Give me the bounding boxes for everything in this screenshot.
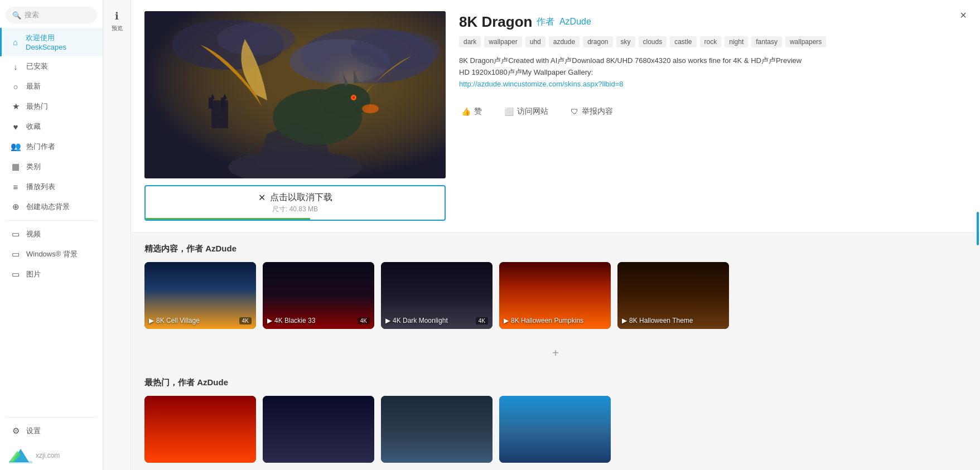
hottest-section: 最热门，作者 AzDude <box>131 366 980 470</box>
main-content: ✕ 点击以取消下载 尺寸: 40.83 MB 8K Dragon 作者 AzDu… <box>131 0 980 470</box>
play-icon: ▶ <box>149 317 154 324</box>
preview-label: 预览 <box>112 25 123 32</box>
nav-bottom: ⚙ 设置 xzji.com <box>0 414 103 470</box>
brand-logo-icon <box>9 447 32 464</box>
detail-author: 作者 AzDude <box>537 16 591 28</box>
search-box[interactable]: 🔍 搜索 <box>6 7 97 23</box>
dragon-illustration <box>144 11 446 178</box>
tag-clouds[interactable]: clouds <box>639 36 667 47</box>
detail-description: 8K Dragon卢卢Created with AI卢卢Download 8K/… <box>459 55 805 90</box>
download-progress <box>146 218 310 220</box>
card-label: ▶ 4K Dark Moonlight <box>385 317 479 324</box>
card-badge: 4K <box>476 317 488 324</box>
settings-nav-item[interactable]: ⚙ 设置 <box>0 421 103 441</box>
play-icon: ▶ <box>385 317 390 324</box>
cancel-icon: ✕ <box>258 192 265 203</box>
list-item[interactable]: ▶ 8K Cell Village 4K <box>144 262 256 329</box>
brand-text: xzji.com <box>36 452 60 459</box>
sidebar-item-windows[interactable]: ▭Windows® 背景 <box>0 244 103 264</box>
report-button[interactable]: 🛡 举报内容 <box>568 103 615 120</box>
sidebar-item-popular[interactable]: ★最热门 <box>0 96 103 117</box>
recent-icon: ○ <box>11 82 21 91</box>
sidebar-item-home[interactable]: ⌂欢迎使用 DeskScapes <box>0 28 103 56</box>
svg-rect-11 <box>211 100 228 128</box>
preview-button[interactable]: ℹ 预览 <box>109 6 125 37</box>
featured-title: 精选内容，作者 AzDude <box>144 244 967 254</box>
list-item[interactable]: ▶ 8K Halloween Pumpkins <box>499 262 611 329</box>
play-icon: ▶ <box>267 317 272 324</box>
detail-title: 8K Dragon 作者 AzDude <box>459 13 967 31</box>
list-item[interactable] <box>144 396 256 463</box>
report-icon: 🛡 <box>571 107 578 116</box>
sidebar-item-playlist[interactable]: ≡播放列表 <box>0 177 103 197</box>
create-icon: ⊕ <box>11 202 21 212</box>
list-item[interactable]: ▶ 4K Blackie 33 4K <box>263 262 374 329</box>
scroll-indicator <box>977 212 979 245</box>
video-icon: ▭ <box>11 229 21 239</box>
download-bar[interactable]: ✕ 点击以取消下载 尺寸: 40.83 MB <box>144 185 446 221</box>
list-item[interactable] <box>499 396 611 463</box>
tag-azdude[interactable]: azdude <box>549 36 580 47</box>
list-item[interactable]: ▶ 8K Halloween Theme <box>617 262 729 329</box>
svg-point-21 <box>353 96 355 99</box>
tag-rock[interactable]: rock <box>700 36 722 47</box>
detail-image-wrap: ✕ 点击以取消下载 尺寸: 40.83 MB <box>144 11 446 221</box>
download-text: ✕ 点击以取消下载 <box>258 192 332 203</box>
tag-fantasy[interactable]: fantasy <box>751 36 782 47</box>
card-label: ▶ 8K Cell Village <box>149 317 243 324</box>
brand-logo: xzji.com <box>0 441 103 470</box>
featured-section: 精选内容，作者 AzDude ▶ 8K Cell Village 4K ▶ 4K… <box>131 232 980 340</box>
nav-secondary: ▭视频▭Windows® 背景▭图片 <box>0 224 103 284</box>
tag-dark[interactable]: dark <box>459 36 481 47</box>
visit-icon: ⬜ <box>504 107 514 116</box>
tag-wallpaper[interactable]: wallpaper <box>484 36 522 47</box>
hottest-title: 最热门，作者 AzDude <box>144 377 967 388</box>
visit-button[interactable]: ⬜ 访问网站 <box>502 103 551 120</box>
tag-castle[interactable]: castle <box>670 36 696 47</box>
nav-divider-2 <box>6 417 97 418</box>
sidebar-item-image[interactable]: ▭图片 <box>0 264 103 284</box>
sidebar-item-favorites[interactable]: ♥收藏 <box>0 117 103 137</box>
home-icon: ⌂ <box>11 37 20 47</box>
card-badge: 4K <box>358 317 370 324</box>
list-item[interactable] <box>263 396 374 463</box>
sidebar-item-categories[interactable]: ▦类别 <box>0 157 103 177</box>
load-more-button[interactable]: + <box>131 340 980 366</box>
categories-icon: ▦ <box>11 162 21 172</box>
settings-label: 设置 <box>26 426 41 436</box>
close-button[interactable]: × <box>955 8 971 23</box>
search-placeholder: 搜索 <box>25 10 39 20</box>
svg-point-22 <box>362 104 379 113</box>
detail-panel: ✕ 点击以取消下载 尺寸: 40.83 MB 8K Dragon 作者 AzDu… <box>131 0 980 232</box>
sidebar-item-video[interactable]: ▭视频 <box>0 224 103 244</box>
sidebar-item-create[interactable]: ⊕创建动态背景 <box>0 197 103 217</box>
settings-icon: ⚙ <box>11 426 21 436</box>
sidebar-item-installed[interactable]: ↓已安装 <box>0 56 103 76</box>
card-label: ▶ 8K Halloween Theme <box>622 317 716 324</box>
sidebar-item-recent[interactable]: ○最新 <box>0 76 103 96</box>
nav-primary: ⌂欢迎使用 DeskScapes↓已安装○最新★最热门♥收藏👥热门作者▦类别≡播… <box>0 28 103 217</box>
like-button[interactable]: 👍 赞 <box>459 103 484 120</box>
tag-wallpapers[interactable]: wallpapers <box>785 36 826 47</box>
tag-night[interactable]: night <box>725 36 748 47</box>
svg-point-19 <box>320 84 370 117</box>
tags-row: darkwallpaperuhdazdudedragonskycloudscas… <box>459 36 967 47</box>
tag-uhd[interactable]: uhd <box>525 36 545 47</box>
list-item[interactable]: ▶ 4K Dark Moonlight 4K <box>381 262 493 329</box>
tag-sky[interactable]: sky <box>616 36 635 47</box>
like-icon: 👍 <box>461 107 471 116</box>
tag-dragon[interactable]: dragon <box>583 36 612 47</box>
favorites-icon: ♥ <box>11 122 21 132</box>
svg-point-9 <box>217 22 295 56</box>
nav-divider <box>6 220 97 221</box>
author-link[interactable]: AzDude <box>559 17 591 26</box>
info-icon: ℹ <box>115 10 119 22</box>
detail-info: 8K Dragon 作者 AzDude darkwallpaperuhdazdu… <box>459 11 967 221</box>
windows-icon: ▭ <box>11 249 21 259</box>
svg-rect-2 <box>9 461 32 463</box>
sidebar-item-authors[interactable]: 👥热门作者 <box>0 137 103 157</box>
list-item[interactable] <box>381 396 493 463</box>
popular-icon: ★ <box>11 101 21 112</box>
detail-link[interactable]: http://azdude.wincustomize.com/skins.asp… <box>459 80 623 88</box>
card-label: ▶ 8K Halloween Pumpkins <box>504 317 597 324</box>
